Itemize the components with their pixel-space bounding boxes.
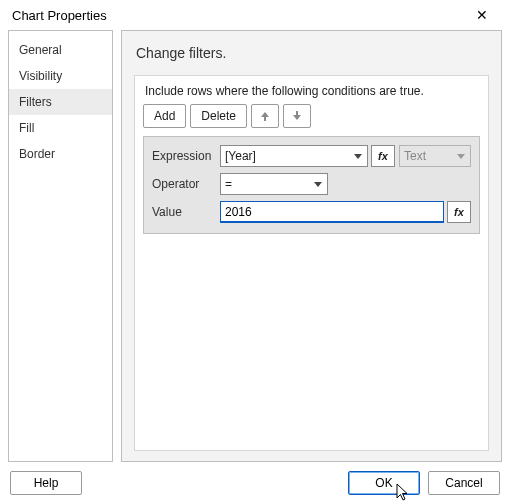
sidebar-item-label: Border bbox=[19, 147, 55, 161]
operator-label: Operator bbox=[152, 177, 220, 191]
add-button[interactable]: Add bbox=[143, 104, 186, 128]
expression-row: Expression [Year] fx Text bbox=[152, 145, 471, 167]
sidebar-item-label: Visibility bbox=[19, 69, 62, 83]
sidebar-item-fill[interactable]: Fill bbox=[9, 115, 112, 141]
sidebar-item-label: Fill bbox=[19, 121, 34, 135]
delete-button[interactable]: Delete bbox=[190, 104, 247, 128]
filters-toolbar: Add Delete bbox=[143, 104, 480, 128]
fx-icon: fx bbox=[454, 206, 464, 218]
value-input[interactable] bbox=[220, 201, 444, 223]
page-heading: Change filters. bbox=[136, 45, 489, 61]
dialog-body: General Visibility Filters Fill Border C… bbox=[0, 30, 510, 462]
close-button[interactable]: ✕ bbox=[462, 1, 502, 29]
operator-row: Operator = bbox=[152, 173, 471, 195]
expression-dropdown[interactable]: [Year] bbox=[220, 145, 368, 167]
titlebar: Chart Properties ✕ bbox=[0, 0, 510, 30]
sidebar-item-general[interactable]: General bbox=[9, 37, 112, 63]
filter-editor: Expression [Year] fx Text Operator bbox=[143, 136, 480, 234]
value-row: Value fx bbox=[152, 201, 471, 223]
sidebar-item-label: Filters bbox=[19, 95, 52, 109]
chart-properties-dialog: Chart Properties ✕ General Visibility Fi… bbox=[0, 0, 510, 504]
expression-label: Expression bbox=[152, 149, 220, 163]
sidebar-item-label: General bbox=[19, 43, 62, 57]
arrow-up-icon bbox=[259, 110, 271, 122]
move-up-button[interactable] bbox=[251, 104, 279, 128]
expression-value: [Year] bbox=[225, 149, 256, 163]
operator-value: = bbox=[225, 177, 232, 191]
dialog-footer: Help OK Cancel bbox=[0, 462, 510, 504]
ok-button[interactable]: OK bbox=[348, 471, 420, 495]
instruction-text: Include rows where the following conditi… bbox=[145, 84, 480, 98]
fx-icon: fx bbox=[378, 150, 388, 162]
sidebar-item-visibility[interactable]: Visibility bbox=[9, 63, 112, 89]
sidebar-item-border[interactable]: Border bbox=[9, 141, 112, 167]
expression-fx-button[interactable]: fx bbox=[371, 145, 395, 167]
filters-panel: Include rows where the following conditi… bbox=[134, 75, 489, 451]
value-fx-button[interactable]: fx bbox=[447, 201, 471, 223]
help-button[interactable]: Help bbox=[10, 471, 82, 495]
sidebar-item-filters[interactable]: Filters bbox=[9, 89, 112, 115]
type-dropdown: Text bbox=[399, 145, 471, 167]
value-label: Value bbox=[152, 205, 220, 219]
operator-dropdown[interactable]: = bbox=[220, 173, 328, 195]
sidebar: General Visibility Filters Fill Border bbox=[8, 30, 113, 462]
arrow-down-icon bbox=[291, 110, 303, 122]
type-value: Text bbox=[404, 149, 426, 163]
main-panel: Change filters. Include rows where the f… bbox=[121, 30, 502, 462]
move-down-button[interactable] bbox=[283, 104, 311, 128]
cancel-button[interactable]: Cancel bbox=[428, 471, 500, 495]
window-title: Chart Properties bbox=[12, 8, 462, 23]
close-icon: ✕ bbox=[476, 7, 488, 23]
